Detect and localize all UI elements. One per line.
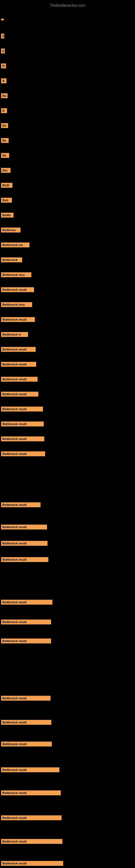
bottleneck-label: Bottleneck result bbox=[1, 557, 48, 562]
bottleneck-label: Bottleneck result bbox=[1, 790, 61, 795]
bottleneck-label: Bot bbox=[1, 168, 10, 173]
bottleneck-label: Bottlenec bbox=[1, 227, 20, 232]
list-item: B bbox=[1, 107, 8, 114]
list-item: Bottleneck result bbox=[1, 501, 41, 508]
list-item: Bottleneck res bbox=[1, 241, 30, 248]
bottleneck-label: Bottleneck result bbox=[1, 436, 44, 441]
bottleneck-label: Bottleneck re bbox=[1, 332, 28, 337]
bottleneck-label: Bottleneck result bbox=[1, 742, 52, 746]
list-item: Bo bbox=[1, 137, 9, 144]
bottleneck-label: Bottleneck result bbox=[1, 620, 51, 624]
list-item: Bottleneck result bbox=[1, 741, 52, 748]
list-item: Bottleneck re bbox=[1, 331, 29, 338]
list-item: Bottleneck result bbox=[1, 599, 53, 606]
bottleneck-label: B bbox=[1, 79, 6, 83]
list-item: Bottle bbox=[1, 212, 14, 219]
bottleneck-label: Bottle bbox=[1, 213, 13, 218]
site-title: TheBottlenecker.com bbox=[0, 1, 135, 10]
list-item: Bottleneck result bbox=[1, 391, 39, 398]
list-item: Bottleneck result bbox=[1, 346, 36, 353]
bottleneck-label: Bottleneck result bbox=[1, 422, 44, 426]
list-item: B bbox=[1, 62, 6, 69]
list-item: Bottleneck resu bbox=[1, 271, 32, 278]
list-item: Bottleneck result bbox=[1, 556, 49, 563]
bottleneck-label: Bo bbox=[1, 138, 9, 143]
list-item: Bottleneck result bbox=[1, 766, 60, 773]
list-item: Bottl bbox=[1, 182, 13, 189]
bottleneck-label: Bottleneck result bbox=[1, 541, 48, 546]
bottleneck-label: Bottl bbox=[1, 183, 12, 188]
list-item: Bottleneck result bbox=[1, 376, 38, 383]
bottleneck-label: Bottleneck resu bbox=[1, 272, 31, 277]
bottleneck-label: Bottleneck result bbox=[1, 287, 34, 292]
bottleneck-label: Bottleneck resu bbox=[1, 302, 32, 307]
bottleneck-label: Bo bbox=[1, 123, 8, 128]
bottleneck-label: Bottleneck bbox=[1, 257, 22, 262]
list-item: Bottleneck result bbox=[1, 524, 48, 531]
bottleneck-label: Bottleneck result bbox=[1, 502, 41, 507]
list-item: Bottleneck result bbox=[1, 618, 52, 625]
list-item: Bo bbox=[1, 92, 8, 99]
bottleneck-label: Bottleneck result bbox=[1, 392, 38, 397]
bottleneck-label: Bott bbox=[1, 198, 12, 203]
bottleneck-label: Bottleneck result bbox=[1, 377, 38, 382]
bottleneck-label: Bo bbox=[1, 93, 8, 98]
bottleneck-label: Bottleneck result bbox=[1, 362, 36, 367]
list-item: Bottleneck result bbox=[1, 286, 35, 293]
list-item: Bottleneck result bbox=[1, 695, 51, 702]
list-item: Bottleneck resu bbox=[1, 301, 33, 308]
bottleneck-label: Bottleneck result bbox=[1, 720, 51, 725]
list-item: Bottleneck result bbox=[1, 316, 35, 323]
bottleneck-label: Bottleneck result bbox=[1, 767, 59, 772]
bottleneck-label: Bottleneck res bbox=[1, 243, 30, 247]
list-item: Bottleneck result bbox=[1, 814, 62, 822]
list-item: Bottleneck result bbox=[1, 405, 43, 412]
list-item: Bottleneck result bbox=[1, 719, 52, 726]
list-item: Bottleneck result bbox=[1, 421, 44, 428]
bottleneck-label: B bbox=[1, 63, 6, 68]
bottleneck-label bbox=[1, 19, 4, 20]
list-item: Bottleneck result bbox=[1, 435, 45, 442]
bottleneck-label: Bo bbox=[1, 153, 9, 158]
list-item: Bottleneck bbox=[1, 256, 23, 264]
bottleneck-label: Bottleneck result bbox=[1, 639, 51, 643]
bottleneck-label: Bottleneck result bbox=[1, 347, 36, 352]
list-item: Bottleneck result bbox=[1, 450, 46, 457]
list-item bbox=[1, 18, 4, 22]
list-item: Bottleneck result bbox=[1, 838, 63, 845]
bottleneck-label: Bottleneck result bbox=[1, 815, 61, 820]
bottleneck-label: Bottleneck result bbox=[1, 696, 50, 701]
bottleneck-label: B bbox=[1, 108, 7, 113]
list-item: Bottlenec bbox=[1, 226, 21, 234]
list-item: Bot bbox=[1, 167, 11, 174]
bottleneck-label: Bottleneck result bbox=[1, 407, 43, 411]
bottleneck-label: Bottleneck result bbox=[1, 861, 63, 866]
list-item: Bottleneck result bbox=[1, 638, 52, 645]
bottleneck-label: Bottleneck result bbox=[1, 600, 52, 604]
list-item: B bbox=[1, 77, 7, 84]
bottleneck-label: E bbox=[1, 34, 4, 38]
list-item: Bottleneck result bbox=[1, 789, 61, 796]
list-item: Bo bbox=[1, 122, 9, 129]
list-item: Bo bbox=[1, 152, 10, 159]
bottleneck-label: Bottleneck result bbox=[1, 839, 62, 844]
list-item: Bott bbox=[1, 197, 12, 204]
bottleneck-label: Bottleneck result bbox=[1, 525, 47, 529]
list-item: E bbox=[1, 48, 5, 55]
bottleneck-label: E bbox=[1, 49, 5, 54]
list-item: Bottleneck result bbox=[1, 860, 64, 867]
list-item: E bbox=[1, 33, 5, 40]
list-item: Bottleneck result bbox=[1, 361, 37, 368]
bottleneck-label: Bottleneck result bbox=[1, 452, 45, 456]
list-item: Bottleneck result bbox=[1, 540, 48, 547]
bottleneck-label: Bottleneck result bbox=[1, 317, 35, 322]
